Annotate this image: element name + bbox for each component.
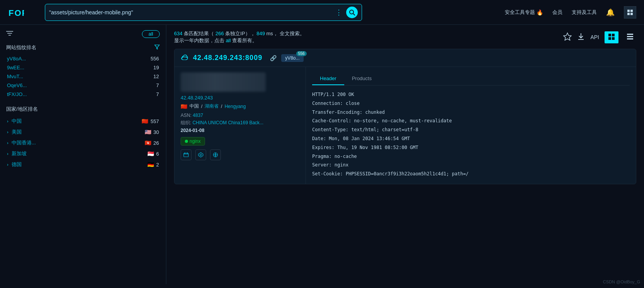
- logo[interactable]: FOFA: [8, 4, 39, 21]
- fingerprint-row: 9wEE...19: [6, 63, 160, 72]
- svg-rect-16: [612, 37, 615, 40]
- filter-funnel-icon[interactable]: [154, 45, 160, 51]
- search-input[interactable]: [49, 9, 335, 15]
- tab-header[interactable]: Header: [312, 72, 344, 85]
- full-search-text: 全文搜索。: [280, 31, 305, 36]
- nav-membership[interactable]: 会员: [552, 9, 562, 16]
- result-count: 634: [174, 31, 183, 36]
- card-body: 42.48.249.243 🇨🇳 中国 / 湖南省 / Hengyang ASN…: [174, 67, 636, 184]
- fingerprint-count: 19: [111, 63, 160, 72]
- fingerprint-name[interactable]: MvuT...: [6, 72, 111, 81]
- header-line: Connection: close: [312, 99, 630, 108]
- all-link[interactable]: all: [226, 38, 231, 43]
- grid-view-button[interactable]: [605, 31, 618, 43]
- card-right: Header Products HTTP/1.1 200 OKConnectio…: [306, 67, 636, 184]
- search-options-icon[interactable]: ⋮: [335, 8, 342, 17]
- country-row[interactable]: › 中国 🇨🇳 557: [6, 116, 160, 127]
- svg-marker-10: [564, 33, 571, 40]
- host-badge[interactable]: yV8o... 556: [281, 54, 303, 62]
- date-row: 2024-01-08: [181, 128, 299, 133]
- header-line: Expires: Thu, 19 Nov 1981 08:52:00 GMT: [312, 143, 630, 152]
- country-count: 6: [156, 151, 159, 157]
- country-count: 557: [150, 118, 159, 124]
- country-arrow-icon: ›: [7, 151, 9, 156]
- result-summary: 634 条匹配结果（ 266 条独立IP）， 849 ms， 全文搜索。 显示一…: [174, 30, 305, 44]
- fingerprint-name[interactable]: yV8oA...: [6, 54, 111, 63]
- header-line: Transfer-Encoding: chunked: [312, 108, 630, 117]
- fingerprint-row: tFX/JO...7: [6, 90, 160, 99]
- svg-rect-13: [608, 34, 611, 36]
- header-line: Date: Mon, 08 Jan 2024 13:46:54 GMT: [312, 134, 630, 143]
- download-button[interactable]: [577, 33, 585, 42]
- nav-box-icon[interactable]: [624, 6, 636, 19]
- country-name: 德国: [12, 161, 146, 168]
- svg-rect-19: [627, 38, 633, 39]
- svg-rect-22: [184, 153, 185, 154]
- tab-products[interactable]: Products: [344, 72, 379, 85]
- country-row[interactable]: › 中国香港... 🇭🇰 26: [6, 137, 160, 148]
- header-line: Set-Cookie: PHPSESSID=0ancr3f9i3h22oaom5…: [312, 170, 630, 178]
- country-section-title: 国家/地区排名: [6, 106, 160, 113]
- content-area: 634 条匹配结果（ 266 条独立IP）， 849 ms， 全文搜索。 显示一…: [166, 25, 644, 284]
- card-icon-1[interactable]: [181, 149, 191, 160]
- svg-rect-3: [627, 10, 630, 12]
- asn-value[interactable]: 4837: [193, 113, 203, 118]
- unique-ip: 266: [215, 31, 224, 36]
- preview-image: [181, 72, 266, 92]
- org-value[interactable]: CHINA UNICOM China169 Back...: [193, 120, 263, 125]
- ip-port[interactable]: 42.48.249.243:8009: [193, 54, 262, 62]
- country-flag-icon: 🇸🇬: [147, 151, 154, 157]
- app-header: FOFA ⋮ 安全工具专题 🔥 会员 支持及工具 🔔: [0, 0, 644, 25]
- country-row[interactable]: › 美国 🇺🇸 30: [6, 127, 160, 137]
- country-count: 2: [156, 162, 159, 168]
- unique-ip-unit: 条独立IP），: [225, 31, 255, 36]
- bell-icon[interactable]: 🔔: [606, 8, 615, 17]
- province-link[interactable]: 湖南省: [205, 103, 219, 110]
- svg-rect-4: [630, 10, 633, 12]
- service-badges: nginx: [181, 137, 299, 146]
- svg-rect-21: [184, 153, 188, 157]
- svg-text:FOFA: FOFA: [9, 8, 24, 18]
- time-unit: ms，: [266, 31, 278, 36]
- filter-icon[interactable]: [6, 31, 13, 38]
- svg-rect-14: [612, 34, 615, 36]
- card-icon-2[interactable]: [195, 149, 206, 160]
- search-button[interactable]: [346, 7, 358, 18]
- ip-link[interactable]: 42.48.249.243: [181, 95, 299, 101]
- fingerprint-name[interactable]: 9wEE...: [6, 63, 111, 72]
- country-row[interactable]: › 德国 🇩🇪 2: [6, 159, 160, 170]
- country-flag-icon: 🇨🇳: [142, 118, 148, 124]
- nginx-badge[interactable]: nginx: [181, 137, 205, 146]
- nav-support-tools[interactable]: 支持及工具: [572, 9, 597, 16]
- nav-security-tools[interactable]: 安全工具专题 🔥: [505, 9, 543, 16]
- country-row[interactable]: › 新加坡 🇸🇬 6: [6, 148, 160, 159]
- api-label[interactable]: API: [590, 34, 599, 40]
- list-view-button[interactable]: [624, 31, 636, 43]
- fingerprint-row: yV8oA...556: [6, 54, 160, 63]
- country-count: 30: [154, 129, 159, 135]
- city-link[interactable]: Hengyang: [225, 104, 246, 109]
- watermark: CSDN @OidBoy_G: [603, 279, 640, 284]
- card-header: 42.48.249.243:8009 🔗 yV8o... 556: [174, 49, 636, 67]
- fire-icon: 🔥: [536, 9, 543, 15]
- country-name: 中国: [12, 118, 140, 125]
- nginx-dot-icon: [185, 140, 188, 143]
- fingerprint-name[interactable]: OqeV6...: [6, 81, 111, 90]
- fingerprint-section-title: 网站指纹排名: [6, 44, 160, 51]
- all-badge[interactable]: all: [142, 30, 160, 38]
- svg-marker-24: [198, 153, 203, 157]
- country-text: 中国: [190, 103, 199, 110]
- asn-row: ASN: 4837: [181, 113, 299, 118]
- sidebar: all 网站指纹排名 yV8oA...5569wEE...19MvuT...12…: [0, 25, 166, 284]
- card-icon-3[interactable]: [210, 149, 221, 160]
- favorite-button[interactable]: [563, 32, 572, 43]
- country-list: › 中国 🇨🇳 557› 美国 🇺🇸 30› 中国香港... 🇭🇰 26› 新加…: [6, 116, 160, 170]
- country-arrow-icon: ›: [7, 141, 9, 145]
- fingerprint-table: yV8oA...5569wEE...19MvuT...12OqeV6...7tF…: [6, 54, 160, 99]
- header-content: HTTP/1.1 200 OKConnection: closeTransfer…: [312, 90, 630, 178]
- result-card: 42.48.249.243:8009 🔗 yV8o... 556 42.48.2…: [174, 49, 636, 184]
- show-text: 显示一年内数据，点击: [174, 38, 224, 43]
- location-row: 🇨🇳 中国 / 湖南省 / Hengyang: [181, 103, 299, 110]
- svg-point-25: [200, 154, 202, 156]
- fingerprint-name[interactable]: tFX/JO...: [6, 90, 111, 99]
